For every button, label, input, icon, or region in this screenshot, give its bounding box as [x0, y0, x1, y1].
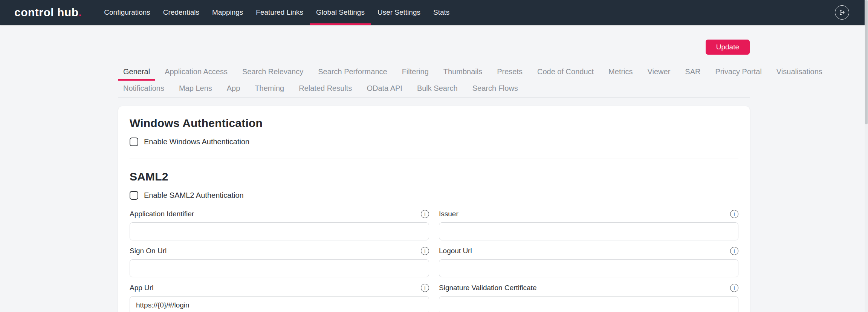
toolbar: Update [118, 40, 750, 55]
saml2-title: SAML2 [130, 170, 738, 183]
enable-windows-auth-checkbox[interactable] [130, 138, 138, 146]
logout-url-label: Logout Url [439, 247, 472, 255]
tab-theming[interactable]: Theming [250, 81, 289, 97]
application-identifier-input[interactable] [130, 222, 429, 240]
tab-code-of-conduct[interactable]: Code of Conduct [532, 64, 599, 81]
settings-tabs: General Application Access Search Releva… [118, 64, 750, 98]
tab-filtering[interactable]: Filtering [397, 64, 434, 81]
info-icon[interactable]: i [421, 284, 429, 292]
tab-odata-api[interactable]: OData API [362, 81, 407, 97]
nav-right [835, 0, 853, 25]
signature-validation-certificate-input[interactable] [439, 296, 738, 312]
tab-notifications[interactable]: Notifications [118, 81, 169, 97]
windows-auth-title: Windows Authentication [130, 117, 738, 130]
tab-search-relevancy[interactable]: Search Relevancy [237, 64, 308, 81]
tab-metrics[interactable]: Metrics [604, 64, 637, 81]
tab-bulk-search[interactable]: Bulk Search [412, 81, 463, 97]
nav-item-global-settings[interactable]: Global Settings [310, 0, 371, 25]
info-icon[interactable]: i [421, 210, 429, 218]
tab-sar[interactable]: SAR [680, 64, 705, 81]
tab-map-lens[interactable]: Map Lens [174, 81, 217, 97]
nav-item-stats[interactable]: Stats [427, 0, 456, 25]
tab-related-results[interactable]: Related Results [294, 81, 357, 97]
logo-dot: . [78, 6, 82, 19]
nav-items: Configurations Credentials Mappings Feat… [98, 0, 456, 25]
tab-row-2: Notifications Map Lens App Theming Relat… [118, 81, 750, 97]
settings-card: Windows Authentication Enable Windows Au… [118, 106, 750, 312]
nav-item-featured-links[interactable]: Featured Links [249, 0, 310, 25]
logout-icon [838, 9, 846, 16]
enable-saml2-label: Enable SAML2 Authentication [144, 191, 244, 200]
info-icon[interactable]: i [730, 210, 738, 218]
tab-thumbnails[interactable]: Thumbnails [439, 64, 487, 81]
field-logout-url: Logout Url i [439, 246, 738, 277]
tab-presets[interactable]: Presets [492, 64, 527, 81]
info-icon[interactable]: i [730, 247, 738, 255]
logout-button[interactable] [835, 5, 849, 20]
sign-on-url-input[interactable] [130, 259, 429, 277]
tab-privacy-portal[interactable]: Privacy Portal [710, 64, 766, 81]
nav-item-mappings[interactable]: Mappings [206, 0, 249, 25]
tab-application-access[interactable]: Application Access [160, 64, 232, 81]
logout-url-input[interactable] [439, 259, 738, 277]
issuer-label: Issuer [439, 210, 458, 218]
update-button[interactable]: Update [706, 40, 750, 55]
enable-windows-auth-row[interactable]: Enable Windows Authentication [130, 138, 738, 146]
enable-saml2-row[interactable]: Enable SAML2 Authentication [130, 191, 738, 200]
tab-search-performance[interactable]: Search Performance [313, 64, 392, 81]
logo-text: control hub [14, 6, 78, 19]
enable-windows-auth-label: Enable Windows Authentication [144, 138, 249, 146]
field-signature-validation-certificate: Signature Validation Certificate i [439, 283, 738, 312]
scrollbar-thumb[interactable] [865, 0, 868, 124]
section-divider [130, 159, 738, 159]
main-content: Update General Application Access Search… [118, 40, 750, 312]
tab-search-flows[interactable]: Search Flows [468, 81, 523, 97]
sign-on-url-label: Sign On Url [130, 247, 167, 255]
nav-item-configurations[interactable]: Configurations [98, 0, 157, 25]
app-url-label: App Url [130, 284, 153, 292]
field-application-identifier: Application Identifier i [130, 209, 429, 240]
info-icon[interactable]: i [421, 247, 429, 255]
top-nav: control hub. Configurations Credentials … [0, 0, 868, 25]
app-logo[interactable]: control hub. [14, 0, 82, 25]
app-url-input[interactable] [130, 296, 429, 312]
nav-item-credentials[interactable]: Credentials [157, 0, 206, 25]
page-scrollbar[interactable] [865, 0, 868, 312]
field-issuer: Issuer i [439, 209, 738, 240]
tab-viewer[interactable]: Viewer [643, 64, 675, 81]
tab-visualisations[interactable]: Visualisations [772, 64, 827, 81]
application-identifier-label: Application Identifier [130, 210, 194, 218]
tab-general[interactable]: General [118, 64, 155, 81]
tab-row-1: General Application Access Search Releva… [118, 64, 750, 81]
field-app-url: App Url i [130, 283, 429, 312]
signature-validation-certificate-label: Signature Validation Certificate [439, 284, 536, 292]
enable-saml2-checkbox[interactable] [130, 191, 138, 200]
nav-item-user-settings[interactable]: User Settings [371, 0, 427, 25]
field-sign-on-url: Sign On Url i [130, 246, 429, 277]
tab-app[interactable]: App [222, 81, 245, 97]
saml2-field-grid: Application Identifier i Issuer i Sign O… [130, 209, 738, 312]
info-icon[interactable]: i [730, 284, 738, 292]
issuer-input[interactable] [439, 222, 738, 240]
